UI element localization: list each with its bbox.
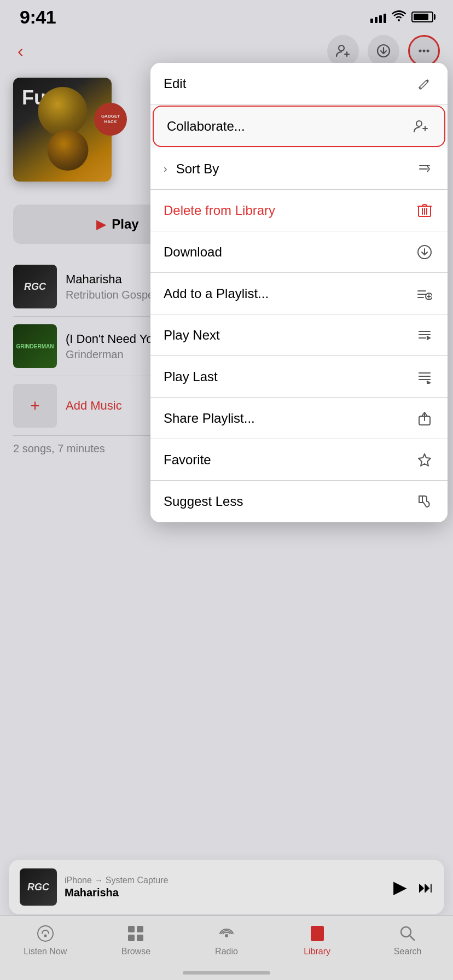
menu-collaborate-label: Collaborate...: [167, 119, 245, 134]
sort-by-left: › Sort By: [164, 161, 219, 177]
menu-item-play-last[interactable]: Play Last: [150, 356, 448, 398]
pencil-icon: [415, 74, 434, 94]
menu-download-label: Download: [164, 244, 222, 260]
menu-item-share-playlist[interactable]: Share Playlist...: [150, 398, 448, 439]
menu-sort-label: Sort By: [176, 161, 219, 177]
menu-play-next-label: Play Next: [164, 328, 220, 343]
chevron-right-icon: ›: [164, 162, 167, 175]
share-icon: [415, 409, 434, 428]
dropdown-overlay: Edit Collaborate...: [0, 0, 453, 980]
add-to-list-icon: [415, 284, 434, 304]
menu-item-favorite[interactable]: Favorite: [150, 439, 448, 481]
download-circle-icon: [415, 242, 434, 262]
menu-item-sort-by[interactable]: › Sort By: [150, 148, 448, 190]
menu-item-add-playlist[interactable]: Add to a Playlist...: [150, 273, 448, 314]
menu-favorite-label: Favorite: [164, 452, 211, 468]
thumbs-down-icon: [415, 492, 434, 511]
menu-item-suggest-less[interactable]: Suggest Less: [150, 481, 448, 522]
menu-suggest-less-label: Suggest Less: [164, 494, 243, 509]
menu-item-download[interactable]: Download: [150, 231, 448, 273]
menu-item-edit[interactable]: Edit: [150, 63, 448, 104]
collaborate-icon: [411, 116, 431, 136]
play-next-icon: [415, 325, 434, 345]
svg-marker-45: [419, 454, 431, 466]
svg-point-19: [416, 121, 422, 126]
play-last-icon: [415, 367, 434, 387]
dropdown-menu: Edit Collaborate...: [150, 63, 448, 522]
menu-edit-label: Edit: [164, 76, 186, 91]
sort-icon: [415, 159, 434, 179]
star-icon: [415, 450, 434, 470]
menu-item-collaborate[interactable]: Collaborate...: [153, 106, 445, 147]
trash-icon: [415, 201, 434, 220]
menu-add-playlist-label: Add to a Playlist...: [164, 286, 269, 301]
menu-item-play-next[interactable]: Play Next: [150, 314, 448, 356]
menu-play-last-label: Play Last: [164, 369, 218, 384]
menu-item-delete-library[interactable]: Delete from Library: [150, 190, 448, 231]
menu-share-playlist-label: Share Playlist...: [164, 411, 255, 426]
menu-delete-label: Delete from Library: [164, 203, 275, 218]
